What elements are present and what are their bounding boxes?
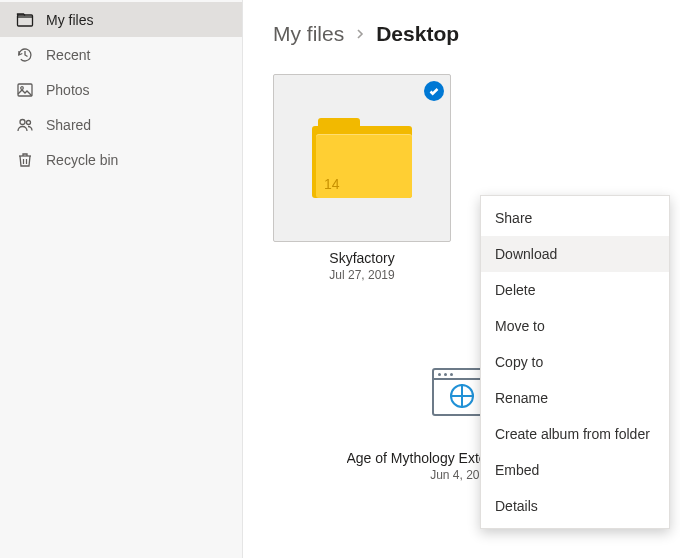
breadcrumb-root[interactable]: My files xyxy=(273,22,344,46)
sidebar-item-recent[interactable]: Recent xyxy=(0,37,242,72)
sidebar-item-my-files[interactable]: My files xyxy=(0,2,242,37)
sidebar-item-photos[interactable]: Photos xyxy=(0,72,242,107)
people-icon xyxy=(16,116,34,134)
tile-name: Skyfactory xyxy=(329,250,394,266)
selected-check-icon[interactable] xyxy=(424,81,444,101)
menu-item-create-album[interactable]: Create album from folder xyxy=(481,416,669,452)
tile-date: Jul 27, 2019 xyxy=(329,268,394,282)
trash-icon xyxy=(16,151,34,169)
sidebar-item-label: Photos xyxy=(46,82,90,98)
menu-item-details[interactable]: Details xyxy=(481,488,669,524)
menu-item-rename[interactable]: Rename xyxy=(481,380,669,416)
sidebar-item-label: Recent xyxy=(46,47,90,63)
folder-item-count: 14 xyxy=(324,176,340,192)
chevron-right-icon xyxy=(354,28,366,40)
breadcrumb: My files Desktop xyxy=(273,22,650,46)
breadcrumb-current: Desktop xyxy=(376,22,459,46)
menu-item-embed[interactable]: Embed xyxy=(481,452,669,488)
sidebar: My files Recent Photos Shared Recycle bi… xyxy=(0,0,243,558)
folder-icon: 14 xyxy=(312,118,412,198)
svg-point-3 xyxy=(20,119,25,124)
svg-point-4 xyxy=(27,120,31,124)
svg-point-2 xyxy=(21,86,24,89)
sidebar-item-shared[interactable]: Shared xyxy=(0,107,242,142)
tile-thumbnail: 14 xyxy=(273,74,451,242)
folder-icon xyxy=(16,11,34,29)
photo-icon xyxy=(16,81,34,99)
sidebar-item-label: Recycle bin xyxy=(46,152,118,168)
file-tile-folder[interactable]: 14 Skyfactory Jul 27, 2019 xyxy=(273,74,451,282)
menu-item-share[interactable]: Share xyxy=(481,200,669,236)
sidebar-item-recycle-bin[interactable]: Recycle bin xyxy=(0,142,242,177)
menu-item-move-to[interactable]: Move to xyxy=(481,308,669,344)
sidebar-item-label: Shared xyxy=(46,117,91,133)
sidebar-item-label: My files xyxy=(46,12,93,28)
menu-item-copy-to[interactable]: Copy to xyxy=(481,344,669,380)
menu-item-delete[interactable]: Delete xyxy=(481,272,669,308)
menu-item-download[interactable]: Download xyxy=(481,236,669,272)
context-menu: Share Download Delete Move to Copy to Re… xyxy=(480,195,670,529)
clock-icon xyxy=(16,46,34,64)
